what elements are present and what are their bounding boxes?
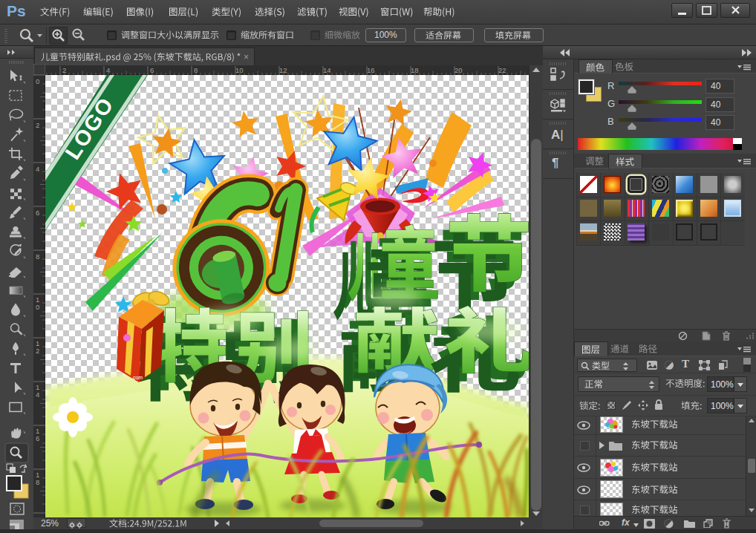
svg-text:4: 4 — [36, 165, 39, 173]
svg-text:6: 6 — [36, 209, 39, 217]
svg-text:14: 14 — [323, 66, 331, 74]
svg-text:18: 18 — [411, 66, 419, 74]
svg-text:8: 8 — [36, 478, 39, 486]
svg-text:16: 16 — [367, 66, 375, 74]
svg-text:2: 2 — [36, 347, 39, 355]
svg-text:12: 12 — [279, 66, 287, 74]
svg-text:.com: .com — [131, 375, 143, 380]
svg-text:4: 4 — [36, 390, 39, 399]
svg-text:8: 8 — [36, 252, 39, 261]
svg-text:0: 0 — [36, 77, 39, 85]
svg-text:6: 6 — [36, 434, 39, 442]
svg-text:2: 2 — [36, 121, 39, 129]
svg-text:10: 10 — [235, 66, 244, 74]
svg-text:22: 22 — [498, 66, 506, 74]
svg-text:20: 20 — [454, 66, 463, 74]
svg-text:0: 0 — [36, 303, 39, 311]
